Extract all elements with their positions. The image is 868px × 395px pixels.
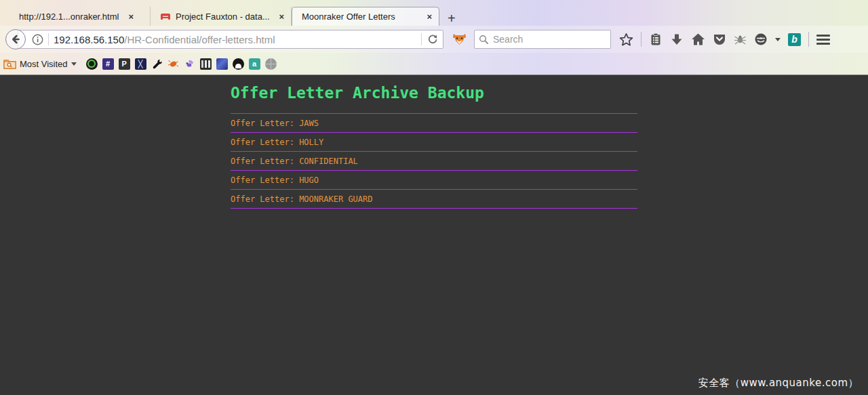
search-icon xyxy=(479,35,489,45)
bookmark-favicon-bug[interactable] xyxy=(167,58,179,70)
chevron-down-icon xyxy=(71,62,77,66)
bookmark-favicon-globe[interactable] xyxy=(265,58,277,70)
toolbar-divider xyxy=(641,32,642,47)
page-content: Offer Letter Archive Backup Offer Letter… xyxy=(0,76,868,395)
bookmark-star-icon[interactable] xyxy=(619,33,633,47)
offer-letter-link[interactable]: Offer Letter: HUGO xyxy=(231,171,637,190)
spider-extension-icon[interactable] xyxy=(734,34,747,45)
bookmark-favicon-hash[interactable] xyxy=(102,58,114,70)
offer-letter-link[interactable]: Offer Letter: JAWS xyxy=(231,114,637,133)
menu-button[interactable] xyxy=(816,35,830,45)
offer-letter-link[interactable]: Offer Letter: CONFIDENTIAL xyxy=(231,152,637,171)
navigation-bar: 192.168.56.150/HR-Confidential/offer-let… xyxy=(0,26,868,53)
offer-letter-page: Offer Letter Archive Backup Offer Letter… xyxy=(231,84,637,209)
offer-letter-list: Offer Letter: JAWS Offer Letter: HOLLY O… xyxy=(231,113,637,209)
bookmark-favicon-blue-mosaic[interactable] xyxy=(216,58,228,70)
fox-extension-icon[interactable] xyxy=(452,33,467,46)
offer-letter-link[interactable]: Offer Letter: HOLLY xyxy=(231,133,637,152)
tab-moonraker-offer-letters[interactable]: Moonraker Offer Letters × xyxy=(292,7,439,26)
tab-strip: http://192.1...onraker.html × Project Fa… xyxy=(0,0,868,26)
most-visited-label: Most Visited xyxy=(20,59,68,69)
bookmark-favicon-p-letter[interactable] xyxy=(119,58,130,70)
anquanke-watermark: 安全客（www.anquanke.com） xyxy=(698,377,859,390)
clipboard-icon[interactable] xyxy=(649,33,663,47)
close-icon[interactable]: × xyxy=(279,12,284,22)
close-icon[interactable]: × xyxy=(427,12,432,22)
navbar-buttons xyxy=(619,32,830,47)
bing-icon[interactable] xyxy=(788,33,801,46)
most-visited-folder[interactable]: Most Visited xyxy=(3,58,77,69)
close-icon[interactable]: × xyxy=(128,12,134,22)
home-icon[interactable] xyxy=(691,33,705,46)
urlbar-divider xyxy=(48,33,49,45)
back-arrow-icon xyxy=(9,33,22,45)
bookmark-favicon-wrench[interactable] xyxy=(151,58,163,70)
url-path: /HR-Confidential/offer-letters.html xyxy=(124,34,275,45)
bookmark-favicon-github[interactable] xyxy=(233,58,244,70)
bookmark-favicon-security-badge[interactable] xyxy=(86,58,98,70)
offer-letter-link[interactable]: Offer Letter: MOONRAKER GUARD xyxy=(231,190,637,209)
urlbar-divider xyxy=(421,33,422,45)
bookmark-favicons xyxy=(86,58,277,70)
back-button[interactable] xyxy=(5,29,26,49)
page-title: Offer Letter Archive Backup xyxy=(231,84,637,102)
tab-label: Project Fauxton - data... xyxy=(176,12,269,22)
bookmark-favicon-library-columns[interactable] xyxy=(200,58,212,70)
search-input[interactable] xyxy=(493,34,595,45)
search-box[interactable] xyxy=(474,30,611,49)
url-bar[interactable]: 192.168.56.150/HR-Confidential/offer-let… xyxy=(18,30,443,49)
reload-button[interactable] xyxy=(427,33,439,45)
site-info-icon[interactable] xyxy=(32,34,43,45)
bookmark-favicon-fly[interactable] xyxy=(184,58,195,70)
url-host: 192.168.56.150 xyxy=(54,34,124,45)
tab-label: Moonraker Offer Letters xyxy=(302,12,417,22)
couchdb-sofa-icon xyxy=(160,11,171,22)
chevron-down-icon[interactable] xyxy=(775,38,781,41)
tab-moonraker-html[interactable]: http://192.1...onraker.html × xyxy=(0,7,151,26)
toolbar-divider xyxy=(808,32,809,47)
downloads-icon[interactable] xyxy=(670,33,684,46)
download-manager-icon[interactable] xyxy=(754,33,768,46)
new-tab-button[interactable]: + xyxy=(439,11,464,28)
bookmark-favicon-teal-vault[interactable] xyxy=(249,58,260,70)
pocket-icon[interactable] xyxy=(713,33,726,46)
bookmark-favicon-x-mark[interactable] xyxy=(135,58,146,70)
bookmarks-toolbar: Most Visited xyxy=(0,53,868,75)
browser-chrome: http://192.1...onraker.html × Project Fa… xyxy=(0,0,868,75)
folder-magnifier-icon xyxy=(3,58,16,69)
tab-label: http://192.1...onraker.html xyxy=(19,12,119,22)
tab-project-fauxton[interactable]: Project Fauxton - data... × xyxy=(151,7,292,26)
